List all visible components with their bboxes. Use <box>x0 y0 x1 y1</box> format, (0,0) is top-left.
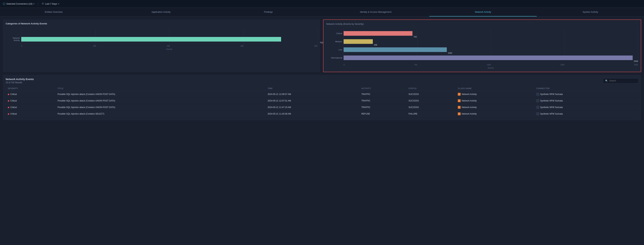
sev-track-low: 1052 <box>344 47 638 52</box>
row-status: SUCCESS <box>406 91 456 98</box>
sev-value-low: 1052 <box>448 52 452 54</box>
row-status: SUCCESS <box>406 98 456 104</box>
sev-x-0: 0 <box>344 64 345 66</box>
categories-bar-row: NetworkActivity 702 <box>6 35 318 44</box>
tab-entities[interactable]: Entities Overview <box>0 8 107 16</box>
results-count: 10 of 702 Results <box>6 81 34 84</box>
row-time: 2024-05-21 11:47:15 AM <box>266 104 359 111</box>
table-header-row: Network Activity Events 10 of 702 Result… <box>6 78 638 84</box>
sev-row-medium: Medium 298 <box>326 38 638 45</box>
row-severity: Critical <box>6 104 56 111</box>
severity-dot-critical <box>8 94 9 95</box>
row-title: Possible SQL Injection attack (Contains … <box>56 91 266 98</box>
row-severity: Critical <box>6 111 56 117</box>
severity-chart-subtitle: (Events by Severity) <box>343 23 364 25</box>
sev-value-critical: 702 <box>414 36 417 38</box>
row-class-name: ⬡ Network Activity <box>456 98 534 104</box>
severity-chart-card: Network Activity (Events by Severity) Cr… <box>323 19 641 72</box>
clock-icon: ⏱ <box>42 2 44 5</box>
row-status: FAILURE <box>406 111 456 117</box>
tab-application[interactable]: Application Activity <box>107 8 214 16</box>
col-activity: ACTIVITY <box>359 86 406 91</box>
connectors-chevron-icon: ▾ <box>34 3 34 5</box>
time-label: Last 7 Days <box>45 2 57 5</box>
time-selector[interactable]: ⏱ Last 7 Days ▾ <box>42 2 59 5</box>
x-label-200: 200 <box>93 45 96 47</box>
row-connector: Synthetic NFW Suricata <box>534 104 638 111</box>
table-row[interactable]: Critical Possible SQL Injection attack (… <box>6 91 638 98</box>
col-time: TIME <box>266 86 359 91</box>
sev-x-axis-label: Events <box>344 67 638 69</box>
row-activity: TRAFFIC <box>359 98 406 104</box>
row-severity: Critical <box>6 98 56 104</box>
nav-tabs: Entities Overview Application Activity F… <box>0 8 644 17</box>
sev-row-low: Low 1052 <box>326 46 638 53</box>
tab-iam[interactable]: Identity & Access Management <box>322 8 429 16</box>
table-title: Network Activity Events <box>6 78 34 81</box>
row-activity: TRAFFIC <box>359 91 406 98</box>
severity-dot-critical <box>8 100 9 102</box>
col-connector: CONNECTOR <box>534 86 638 91</box>
sev-x-1500: 1500 <box>487 64 491 66</box>
sev-label-critical: Critical <box>326 32 342 34</box>
x-label-600: 600 <box>240 45 244 47</box>
row-status: SUCCESS <box>406 104 456 111</box>
sev-row-informational: Informational 2946 <box>326 54 638 62</box>
severity-dot-critical <box>8 113 9 115</box>
row-connector: Synthetic NFW Suricata <box>534 98 638 104</box>
categories-chart-title: Categories of Network Activity Events <box>6 22 318 25</box>
x-label-800: 800 <box>314 45 318 47</box>
sev-bar-critical <box>344 31 412 36</box>
tab-findings[interactable]: Findings <box>215 8 322 16</box>
row-time: 2024-05-21 12:07:01 AM <box>266 98 359 104</box>
charts-row: Categories of Network Activity Events Ne… <box>3 19 641 72</box>
table-row[interactable]: Critical Possible SQL Injection attack (… <box>6 111 638 117</box>
search-box[interactable]: 🔍 <box>603 78 638 83</box>
search-input[interactable] <box>609 80 636 82</box>
x-label-0: 0 <box>21 45 22 47</box>
severity-bars: Critical 702 Medium 298 <box>326 28 638 63</box>
connector-icon <box>536 99 539 102</box>
row-class-name: ⬡ Network Activity <box>456 111 534 117</box>
row-title: Possible SQL Injection attack (Contains … <box>56 98 266 104</box>
row-connector: Synthetic NFW Suricata <box>534 111 638 117</box>
x-axis-labels: 0 200 400 600 800 <box>21 45 318 47</box>
sev-track-critical: 702 <box>344 31 638 36</box>
table-row[interactable]: Critical Possible SQL Injection attack (… <box>6 104 638 111</box>
bar-track-network: 702 <box>21 37 318 41</box>
sev-track-medium: 298 <box>344 39 638 44</box>
time-chevron-icon: ▾ <box>58 3 59 5</box>
sev-bar-informational <box>344 55 633 60</box>
connectors-selector[interactable]: ⬡ Selected Connectors (18) ▾ <box>3 2 34 5</box>
connector-icon <box>536 93 539 96</box>
row-class-name: ⬡ Network Activity <box>456 104 534 111</box>
sev-x-labels: 0 750 1500 2250 3000 <box>344 64 638 66</box>
table-row[interactable]: Critical Possible SQL Injection attack (… <box>6 98 638 104</box>
sev-label-low: Low <box>326 49 342 51</box>
col-status: STATUS <box>406 86 456 91</box>
tab-network[interactable]: Network Activity <box>429 8 536 16</box>
connectors-label: Selected Connectors (18) <box>6 2 32 5</box>
row-title: Possible SQL Injection attack (Contains … <box>56 104 266 111</box>
categories-chart-card: Categories of Network Activity Events Ne… <box>3 19 320 72</box>
tab-system[interactable]: System Activity <box>537 8 644 16</box>
severity-chart-title: Network Activity (Events by Severity) <box>326 23 638 25</box>
categories-chart-inner: NetworkActivity 702 0 200 400 600 <box>6 28 318 52</box>
connector-icon <box>536 106 539 109</box>
categories-chart: NetworkActivity 702 0 200 400 600 <box>6 28 318 52</box>
severity-chart: Critical 702 Medium 298 <box>326 28 638 69</box>
sev-label-informational: Informational <box>326 57 342 59</box>
sev-value-informational: 2946 <box>634 60 638 62</box>
row-activity: TRAFFIC <box>359 104 406 111</box>
sev-bar-medium <box>344 39 373 44</box>
connectors-icon: ⬡ <box>3 2 5 5</box>
x-axis-label-events: Events <box>21 48 318 50</box>
class-icon: ⬡ <box>458 99 460 102</box>
sev-label-medium: Medium <box>326 40 342 43</box>
row-severity: Critical <box>6 91 56 98</box>
main-content: Categories of Network Activity Events Ne… <box>0 17 644 123</box>
class-icon: ⬡ <box>458 93 460 96</box>
x-axis-ticks: 0 200 400 600 800 Events <box>21 45 318 50</box>
bar-value-network: 702 <box>320 41 323 44</box>
x-label-400: 400 <box>167 45 170 47</box>
